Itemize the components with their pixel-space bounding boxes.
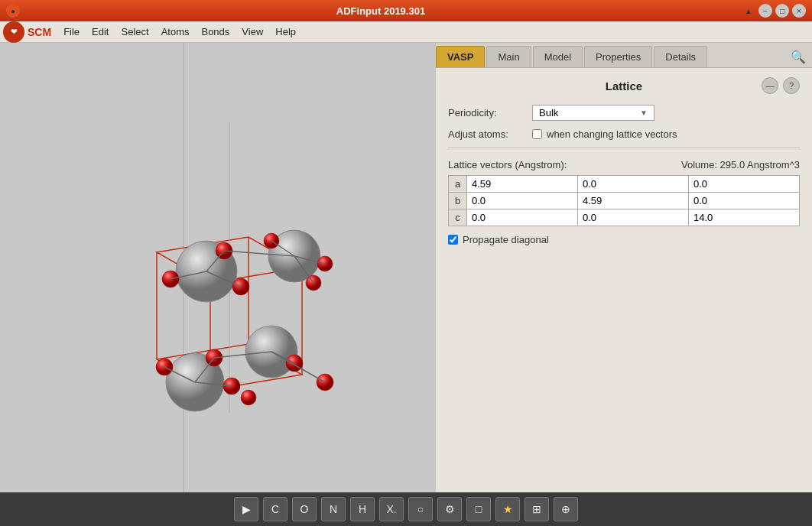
toolbar-star-btn[interactable]: ★ [495,497,520,521]
panel-header: Lattice — ? [448,77,800,94]
adjust-atoms-suffix: when changing lattice vectors [547,128,677,140]
tab-details[interactable]: Details [654,46,707,67]
scm-logo-circle: ❤ [3,21,24,43]
input-c-v1[interactable] [472,212,573,223]
periodicity-value: Bulk [539,107,558,119]
menubar: ❤ SCM File Edit Select Atoms Bonds View … [0,21,812,43]
scm-logo: ❤ SCM [3,21,51,43]
menu-bonds[interactable]: Bonds [195,23,235,41]
menu-file[interactable]: File [57,23,86,41]
panel-content: Lattice — ? Periodicity: Bulk ▼ Adjust a… [436,68,812,492]
molecule-viewport[interactable] [0,43,436,492]
periodicity-row: Periodicity: Bulk ▼ [448,105,800,121]
lattice-row-a: a [449,176,800,193]
volume-label: Volume: 295.0 Angstrom^3 [681,159,800,170]
menu-select[interactable]: Select [115,23,154,41]
propagate-label: Propagate diagonal [463,234,549,245]
panel-title-icons: — ? [683,77,800,94]
cell-b-v2[interactable] [578,193,689,209]
menu-view[interactable]: View [235,23,269,41]
window-title: ADFinput 2019.301 [20,5,742,17]
lattice-row-c: c [449,209,800,226]
toolbar-h-btn[interactable]: H [350,497,375,521]
titlebar: ● ADFinput 2019.301 ▲ − □ × [0,0,812,21]
cell-c-v2[interactable] [578,209,689,226]
molecule-svg [88,122,348,413]
bottom-toolbar: ▶ C O N H X. ○ ⚙ □ ★ ⊞ ⊕ [0,492,812,526]
input-a-v3[interactable] [693,178,794,190]
lattice-row-b: b [449,193,800,209]
row-label-b: b [449,193,467,209]
input-b-v1[interactable] [472,195,573,206]
tab-vasp[interactable]: VASP [436,46,485,67]
row-label-c: c [449,209,467,226]
menu-help[interactable]: Help [269,23,302,41]
input-c-v2[interactable] [583,212,684,223]
maximize-button[interactable]: □ [775,4,789,18]
lattice-section-header: Lattice vectors (Angstrom): Volume: 295.… [448,159,800,170]
propagate-row: Propagate diagonal [448,234,800,245]
tab-properties[interactable]: Properties [584,46,652,67]
propagate-checkbox[interactable] [448,235,458,245]
input-b-v3[interactable] [693,195,794,206]
window-controls: ▲ − □ × [742,4,806,18]
minimize-button[interactable]: − [758,4,772,18]
input-a-v2[interactable] [583,178,684,190]
adjust-atoms-row: Adjust atoms: when changing lattice vect… [448,128,800,140]
toolbar-plus-btn[interactable]: ⊕ [554,497,578,521]
divider [448,148,800,148]
tab-model[interactable]: Model [533,46,583,67]
adjust-atoms-label: Adjust atoms: [448,128,532,140]
panel-title: Lattice [565,80,682,93]
right-panel: VASP Main Model Properties Details 🔍 Lat… [436,43,812,492]
close-window-button[interactable]: × [792,4,806,18]
window-left-controls: ● [6,4,20,18]
cell-c-v3[interactable] [689,209,800,226]
adjust-atoms-checkbox[interactable] [532,129,542,139]
row-label-a: a [449,176,467,193]
input-a-v1[interactable] [472,178,573,190]
menu-edit[interactable]: Edit [86,23,115,41]
scm-logo-text: SCM [28,26,51,38]
main-area: VASP Main Model Properties Details 🔍 Lat… [0,43,812,492]
cell-b-v1[interactable] [467,193,578,209]
copy-icon[interactable]: — [762,77,778,94]
toolbar-circle-btn[interactable]: ○ [408,497,433,521]
tab-main[interactable]: Main [486,46,531,67]
toolbar-grid-btn[interactable]: ⊞ [525,497,549,521]
cell-a-v1[interactable] [467,176,578,193]
toolbar-c-btn[interactable]: C [263,497,287,521]
toolbar-gear-btn[interactable]: ⚙ [437,497,462,521]
cell-a-v2[interactable] [578,176,689,193]
cell-c-v1[interactable] [467,209,578,226]
dropdown-arrow-icon: ▼ [640,109,648,117]
input-c-v3[interactable] [693,212,794,223]
lattice-section-label: Lattice vectors (Angstrom): [448,159,567,170]
lattice-table: a b c [448,175,800,226]
toolbar-square-btn[interactable]: □ [466,497,491,521]
help-icon[interactable]: ? [783,77,800,94]
svg-point-14 [241,390,256,405]
scroll-up-button[interactable]: ▲ [742,4,755,18]
toolbar-n-btn[interactable]: N [321,497,346,521]
periodicity-dropdown[interactable]: Bulk ▼ [532,105,654,121]
menu-atoms[interactable]: Atoms [155,23,196,41]
cell-b-v3[interactable] [689,193,800,209]
cell-a-v3[interactable] [689,176,800,193]
input-b-v2[interactable] [583,195,684,206]
toolbar-x-btn[interactable]: X. [379,497,404,521]
search-icon[interactable]: 🔍 [784,47,812,67]
periodicity-label: Periodicity: [448,107,532,119]
toolbar-o-btn[interactable]: O [292,497,317,521]
toolbar-play-btn[interactable]: ▶ [234,497,258,521]
tabs-container: VASP Main Model Properties Details 🔍 [436,43,812,68]
close-button[interactable]: ● [6,4,20,18]
